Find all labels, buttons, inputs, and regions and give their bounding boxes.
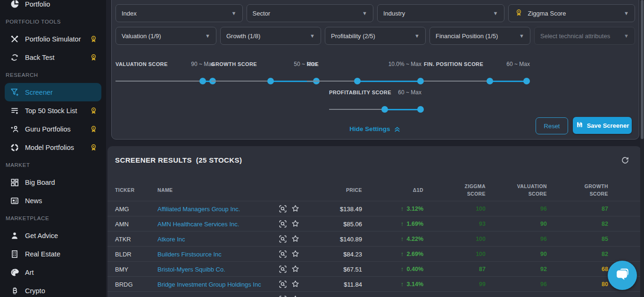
watchlist-star-icon[interactable] <box>291 295 300 297</box>
sidebar-item-big-board[interactable]: Big Board <box>0 173 106 191</box>
column-header--1d[interactable]: Δ1D <box>362 186 423 194</box>
column-header-valuation-score[interactable]: VALUATION SCORE <box>486 182 547 198</box>
hide-settings-label: Hide Settings <box>349 125 390 132</box>
stock-name-link[interactable]: Bristol-Myers Squibb Co. <box>157 266 225 273</box>
dropdown-label: Ziggma Score <box>528 10 566 17</box>
sidebar-item-crypto[interactable]: Crypto <box>0 281 106 297</box>
sidebar-section-marketplace: MARKETPLACE <box>6 210 106 226</box>
stock-snapshot-icon[interactable] <box>278 264 288 274</box>
watchlist-star-icon[interactable] <box>291 249 300 259</box>
stock-snapshot-icon[interactable] <box>278 204 288 214</box>
slider-roe: ROE10.0% ~ Max <box>307 61 421 85</box>
sidebar-item-news[interactable]: News <box>0 191 106 210</box>
chat-widget-button[interactable] <box>608 261 637 290</box>
stock-name-link[interactable]: Atkore Inc <box>157 236 185 243</box>
slider-track[interactable] <box>116 78 215 84</box>
table-row-atkr: ATKRAtkore Inc$140.89↑ 4.22%1009685 <box>107 231 641 246</box>
slider-handle-min[interactable] <box>199 78 206 84</box>
dropdown-profitability-2-5-[interactable]: Profitability (2/5)▼ <box>325 27 426 45</box>
watchlist-star-icon[interactable] <box>291 204 300 214</box>
dropdown-sector[interactable]: Sector▼ <box>247 4 374 22</box>
price-cell: $138.49 <box>306 206 362 213</box>
table-row-bldr: BLDRBuilders Firstsource Inc$84.23↑ 2.69… <box>107 246 641 261</box>
dropdown-select-technical-attributes[interactable]: Select technical attributes▼ <box>534 27 635 45</box>
price-cell: $11.84 <box>306 281 362 288</box>
sidebar-item-label: Art <box>25 269 34 276</box>
sidebar-item-label: Screener <box>25 89 53 96</box>
ziggma-score-cell: 99 <box>423 281 486 288</box>
stock-name-link[interactable]: Affiliated Managers Group Inc. <box>157 206 240 213</box>
column-header-name[interactable]: NAME <box>157 186 306 194</box>
sidebar-item-screener[interactable]: Screener <box>5 83 101 101</box>
column-header-price[interactable]: PRICE <box>306 186 362 194</box>
dropdown-industry[interactable]: Industry▼ <box>377 4 504 22</box>
name-cell: Bristol-Myers Squibb Co. <box>157 262 306 277</box>
dropdown-growth-1-8-[interactable]: Growth (1/8)▼ <box>220 27 321 45</box>
stock-snapshot-icon[interactable] <box>278 295 288 297</box>
sidebar-item-portfolio[interactable]: Portfolio <box>0 0 106 13</box>
slider-handle-max[interactable] <box>417 78 424 84</box>
refresh-icon[interactable] <box>620 156 630 165</box>
dropdown-financial-position-1-5-[interactable]: Financial Position (1/5)▼ <box>429 27 530 45</box>
sidebar-item-real-estate[interactable]: Real Estate <box>0 245 106 263</box>
valuation-score-cell: 96 <box>486 206 547 212</box>
slider-handle-max[interactable] <box>417 106 424 113</box>
column-header-ticker[interactable]: TICKER <box>115 186 157 194</box>
reset-button[interactable]: Reset <box>536 117 568 134</box>
save-screener-button[interactable]: Save Screener <box>573 117 632 134</box>
up-arrow-icon: ↑ <box>401 206 404 212</box>
growth-score-cell: 68 <box>547 266 608 272</box>
slider-label: GROWTH SCORE <box>211 61 257 67</box>
slider-fill <box>490 81 527 82</box>
dropdown-valuation-1-9-[interactable]: Valuation (1/9)▼ <box>116 27 216 45</box>
watchlist-star-icon[interactable] <box>291 219 300 229</box>
scrollbar-thumb[interactable] <box>641 0 644 139</box>
slider-fin-position-score: FIN. POSITION SCORE60 ~ Max <box>424 61 530 85</box>
stock-name-link[interactable]: Bridge Investment Group Holdings Inc <box>157 281 261 288</box>
results-table-body: AMGAffiliated Managers Group Inc.$138.49… <box>107 201 641 297</box>
slider-track[interactable] <box>424 78 530 84</box>
slider-track[interactable] <box>329 106 421 113</box>
slider-handle-min[interactable] <box>381 106 388 113</box>
slider-handle-min[interactable] <box>354 78 361 84</box>
stock-snapshot-icon[interactable] <box>278 219 288 229</box>
sidebar-item-top-50-stock-list[interactable]: Top 50 Stock List <box>0 101 106 120</box>
person-icon <box>9 231 20 241</box>
ticker-cell: AMN <box>115 221 157 228</box>
palette-icon <box>9 267 20 278</box>
sidebar-item-art[interactable]: Art <box>0 263 106 281</box>
sidebar-item-get-advice[interactable]: Get Advice <box>0 226 106 245</box>
column-header-ziggma-score[interactable]: ZIGGMA SCORE <box>423 182 486 198</box>
page-scrollbar[interactable] <box>640 0 644 297</box>
sidebar-item-portfolio-simulator[interactable]: Portfolio Simulator <box>0 30 106 48</box>
column-header-growth-score[interactable]: GROWTH SCORE <box>547 182 608 198</box>
slider-track[interactable] <box>307 78 421 84</box>
medal-icon <box>514 8 524 18</box>
dropdown-label: Select technical attributes <box>540 33 610 40</box>
stock-name-link[interactable]: Builders Firstsource Inc <box>157 251 222 258</box>
watchlist-star-icon[interactable] <box>291 280 300 289</box>
watchlist-star-icon[interactable] <box>291 264 300 274</box>
slider-track[interactable] <box>211 78 317 84</box>
ticker-cell: BMY <box>115 266 157 273</box>
slider-handle-min[interactable] <box>267 78 274 84</box>
slider-handle-min[interactable] <box>487 78 493 84</box>
stock-snapshot-icon[interactable] <box>278 234 288 244</box>
dropdown-ziggma-score[interactable]: Ziggma Score▼ <box>508 4 636 22</box>
slider-label: ROE <box>307 61 319 67</box>
save-icon <box>576 121 584 130</box>
sidebar-item-guru-portfolios[interactable]: Guru Portfolios <box>0 120 106 138</box>
list-star-icon <box>9 106 20 116</box>
stock-snapshot-icon[interactable] <box>278 249 288 259</box>
sidebar-item-model-portfolios[interactable]: Model Portfolios <box>0 138 106 157</box>
watchlist-star-icon[interactable] <box>291 234 300 244</box>
screener-page: PortfolioPORTFOLIO TOOLSPortfolio Simula… <box>0 0 644 297</box>
slider-handle-max[interactable] <box>523 78 530 84</box>
stock-name-link[interactable]: AMN Healthcare Services Inc. <box>157 221 239 228</box>
sidebar-item-back-test[interactable]: Back Test <box>0 48 106 66</box>
dropdown-index[interactable]: Index▼ <box>116 4 243 22</box>
stock-snapshot-icon[interactable] <box>278 280 288 289</box>
table-row-partial <box>107 291 641 297</box>
chevron-down-icon: ▼ <box>519 33 524 39</box>
tools-icon <box>9 34 20 44</box>
